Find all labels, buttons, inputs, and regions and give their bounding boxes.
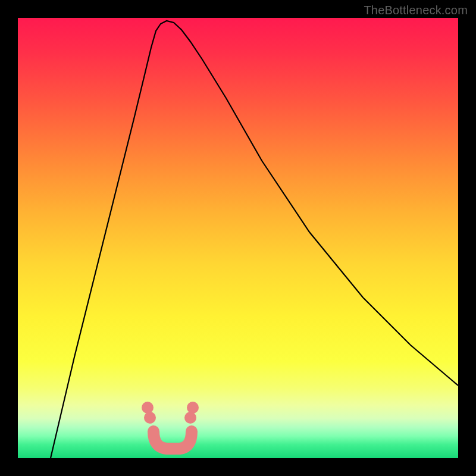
attribution-text: TheBottleneck.com (364, 4, 468, 17)
bottom-band (154, 431, 192, 449)
marker-right-lower (184, 412, 196, 424)
chart-frame: TheBottleneck.com (0, 0, 476, 476)
plot-area (18, 18, 458, 458)
marker-left-lower (144, 412, 156, 424)
bottleneck-curve (51, 21, 458, 458)
marker-left-upper (142, 402, 154, 414)
marker-right-upper (187, 402, 199, 414)
curve-svg (18, 18, 458, 458)
curve-markers (142, 402, 199, 424)
